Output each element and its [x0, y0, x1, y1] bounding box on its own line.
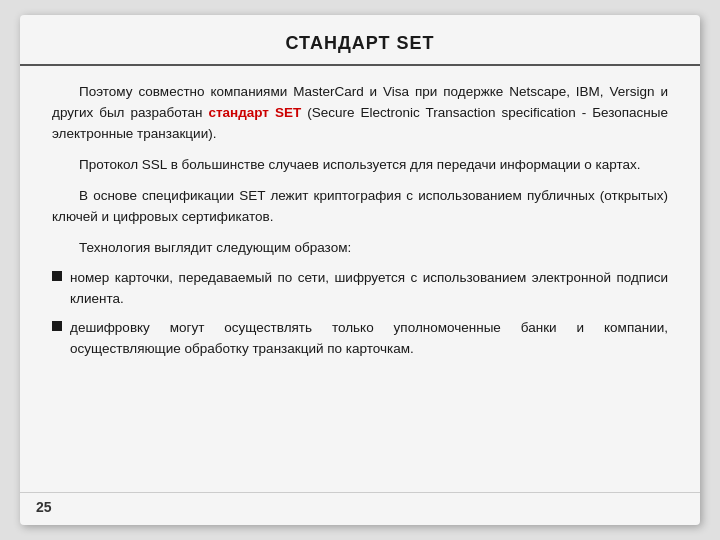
bullet-item-1: номер карточки, передаваемый по сети, ши…	[52, 268, 668, 310]
bullet-text-2: дешифровку могут осуществлять только упо…	[70, 318, 668, 360]
bullet-item-2: дешифровку могут осуществлять только упо…	[52, 318, 668, 360]
slide-title: СТАНДАРТ SET	[20, 15, 700, 66]
bullet-text-1: номер карточки, передаваемый по сети, ши…	[70, 268, 668, 310]
p1-highlight: стандарт SET	[208, 105, 301, 120]
bullet-list: номер карточки, передаваемый по сети, ши…	[52, 268, 668, 360]
bullet-icon-2	[52, 321, 62, 331]
paragraph-1: Поэтому совместно компаниями MasterCard …	[52, 82, 668, 145]
slide-footer: 25	[20, 492, 700, 525]
bullet-icon-1	[52, 271, 62, 281]
slide: СТАНДАРТ SET Поэтому совместно компаниям…	[20, 15, 700, 525]
page-number: 25	[36, 499, 52, 515]
paragraph-4: Технология выглядит следующим образом:	[52, 238, 668, 259]
paragraph-2: Протокол SSL в большинстве случаев испол…	[52, 155, 668, 176]
paragraph-3: В основе спецификации SET лежит криптогр…	[52, 186, 668, 228]
slide-content: Поэтому совместно компаниями MasterCard …	[20, 66, 700, 492]
